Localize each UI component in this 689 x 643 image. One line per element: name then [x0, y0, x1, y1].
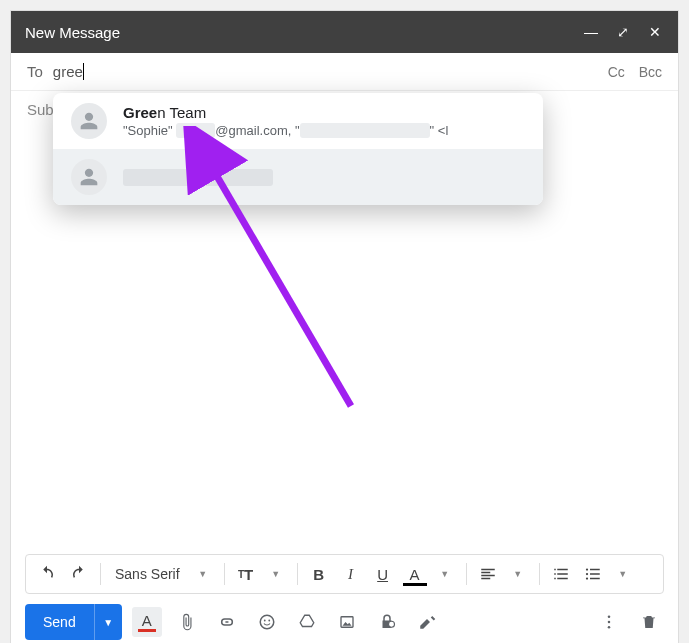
- svg-point-3: [585, 577, 587, 579]
- suggestion-text: Green Team "Sophie" xxxxxx@gmail.com, "x…: [123, 104, 525, 138]
- suggestion-text: xxxxxxxxxxxxxxxxxxxx: [123, 169, 525, 186]
- svg-point-8: [388, 621, 394, 627]
- close-icon[interactable]: ✕: [646, 24, 664, 40]
- svg-point-2: [585, 573, 587, 575]
- chevron-down-icon[interactable]: ▼: [608, 559, 638, 589]
- attach-file-button[interactable]: [172, 607, 202, 637]
- avatar-icon: [71, 159, 107, 195]
- svg-point-11: [608, 626, 611, 629]
- drive-button[interactable]: [292, 607, 322, 637]
- titlebar: New Message — ⤢ ✕: [11, 11, 678, 53]
- suggestion-detail: "Sophie" xxxxxx@gmail.com, "xxxxxxxxxxxx…: [123, 123, 525, 138]
- emoji-button[interactable]: [252, 607, 282, 637]
- avatar-icon: [71, 103, 107, 139]
- minimize-icon[interactable]: —: [582, 24, 600, 40]
- to-input[interactable]: gree: [53, 63, 84, 80]
- font-select[interactable]: Sans Serif: [107, 559, 188, 589]
- message-body[interactable]: [11, 161, 678, 542]
- format-toolbar: Sans Serif ▼ TT ▼ B I U A ▼ ▼ ▼: [25, 554, 664, 594]
- compose-window: New Message — ⤢ ✕ To gree Cc Bcc Subject…: [10, 10, 679, 643]
- chevron-down-icon[interactable]: ▼: [503, 559, 533, 589]
- suggestion-name: Green Team: [123, 104, 525, 121]
- align-button[interactable]: [473, 559, 503, 589]
- bullet-list-button[interactable]: [578, 559, 608, 589]
- redo-button[interactable]: [64, 559, 94, 589]
- text-cursor: [83, 63, 84, 80]
- svg-point-6: [268, 620, 270, 622]
- insert-image-button[interactable]: [332, 607, 362, 637]
- formatting-toggle-button[interactable]: A: [132, 607, 162, 637]
- italic-button[interactable]: I: [336, 559, 366, 589]
- chevron-down-icon[interactable]: ▼: [430, 559, 460, 589]
- autocomplete-dropdown: Green Team "Sophie" xxxxxx@gmail.com, "x…: [53, 93, 543, 205]
- underline-button[interactable]: U: [368, 559, 398, 589]
- chevron-down-icon[interactable]: ▼: [188, 559, 218, 589]
- svg-point-4: [260, 615, 274, 629]
- cc-link[interactable]: Cc: [608, 64, 625, 80]
- font-size-button[interactable]: TT: [231, 559, 261, 589]
- bcc-link[interactable]: Bcc: [639, 64, 662, 80]
- more-options-button[interactable]: [594, 607, 624, 637]
- svg-point-1: [585, 568, 587, 570]
- discard-button[interactable]: [634, 607, 664, 637]
- svg-point-10: [608, 621, 611, 624]
- cc-bcc: Cc Bcc: [598, 64, 662, 80]
- action-bar: Send ▼ A: [25, 602, 664, 642]
- send-button[interactable]: Send ▼: [25, 604, 122, 640]
- signature-button[interactable]: [412, 607, 442, 637]
- window-title: New Message: [25, 24, 120, 41]
- send-options-button[interactable]: ▼: [94, 604, 122, 640]
- svg-point-5: [264, 620, 266, 622]
- chevron-down-icon[interactable]: ▼: [261, 559, 291, 589]
- undo-button[interactable]: [32, 559, 62, 589]
- to-label: To: [27, 63, 43, 80]
- confidential-mode-button[interactable]: [372, 607, 402, 637]
- suggestion-item[interactable]: Green Team "Sophie" xxxxxx@gmail.com, "x…: [53, 93, 543, 149]
- to-row: To gree Cc Bcc: [11, 53, 678, 91]
- bold-button[interactable]: B: [304, 559, 334, 589]
- svg-point-9: [608, 615, 611, 618]
- suggestion-item[interactable]: xxxxxxxxxxxxxxxxxxxx: [53, 149, 543, 205]
- numbered-list-button[interactable]: [546, 559, 576, 589]
- suggestion-name: xxxxxxxxxxxxxxxxxxxx: [123, 169, 525, 186]
- insert-link-button[interactable]: [212, 607, 242, 637]
- expand-icon[interactable]: ⤢: [614, 24, 632, 40]
- text-color-button[interactable]: A: [400, 559, 430, 589]
